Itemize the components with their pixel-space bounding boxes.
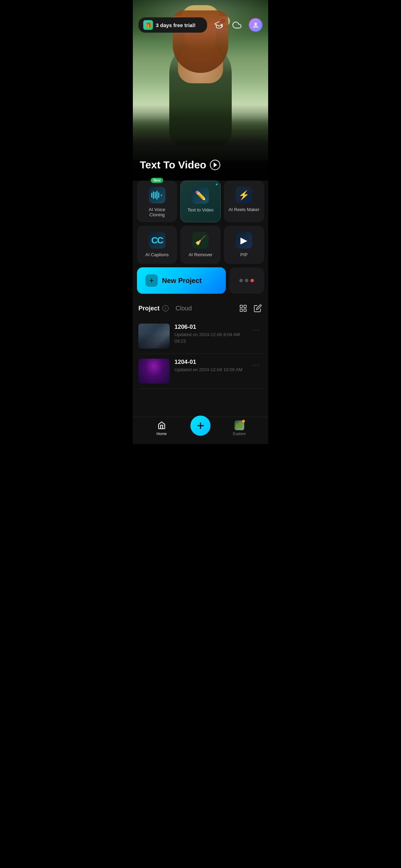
project-item-1206[interactable]: 1206-01 Updated on 2024-12-06 8:04 AM 09… [138, 319, 263, 354]
ai-reels-icon: ⚡ [236, 187, 252, 203]
project-info-icon[interactable]: i [162, 305, 169, 311]
bottom-row: + New Project [137, 267, 264, 294]
nav-explore[interactable]: Explore [211, 420, 268, 436]
tool-card-ai-captions[interactable]: CC AI Captions [137, 226, 177, 264]
notification-dot [222, 19, 224, 22]
tools-grid: New ✦ AI Voice Cloning ✏️ [137, 181, 264, 264]
text-to-video-label: Text to Video [188, 207, 214, 212]
hero-play-button[interactable] [210, 160, 220, 170]
project-name-1204: 1204-01 [174, 359, 245, 366]
tool-card-pip[interactable]: ▶ PIP [224, 226, 264, 264]
svg-rect-1 [240, 305, 242, 308]
home-icon [157, 420, 167, 430]
new-project-label: New Project [162, 277, 202, 285]
project-thumb-1206 [138, 324, 170, 349]
avatar-inner [249, 19, 262, 31]
cloud-icon-button[interactable] [231, 19, 243, 31]
svg-point-0 [254, 23, 257, 25]
graduation-icon-button[interactable] [213, 19, 225, 31]
project-header: Project i Cloud [138, 303, 263, 313]
project-date-1206: Updated on 2024-12-06 8:04 AM [174, 332, 245, 337]
explore-icon [234, 420, 244, 430]
header-icons [213, 18, 263, 32]
pip-icon: ▶ [236, 232, 252, 249]
tool-card-ai-reels[interactable]: ⚡ AI Reels Maker [224, 181, 264, 222]
more-dots [239, 279, 254, 282]
svg-rect-2 [244, 305, 246, 308]
tools-section: New ✦ AI Voice Cloning ✏️ [133, 181, 268, 298]
edit-button[interactable] [253, 303, 263, 313]
nav-home[interactable]: Home [133, 420, 190, 436]
spacer [133, 389, 268, 417]
hero-banner: 🎁 3 days free trial! [133, 0, 268, 181]
trial-text: 3 days free trial! [156, 22, 196, 28]
project-more-1204[interactable]: ··· [250, 359, 263, 372]
bottom-navigation: Home Explore [133, 417, 268, 444]
project-section: Project i Cloud [133, 298, 268, 389]
project-info-1204: 1204-01 Updated on 2024-12-04 10:09 AM [174, 359, 245, 374]
cloud-icon [232, 20, 241, 30]
project-date-1204: Updated on 2024-12-04 10:09 AM [174, 367, 245, 372]
new-project-button[interactable]: + New Project [137, 267, 226, 294]
explore-notification-dot [242, 420, 245, 423]
home-label: Home [156, 432, 167, 436]
text-to-video-icon: ✏️ ✦ [192, 187, 209, 204]
hero-title[interactable]: Text To Video [140, 159, 261, 171]
project-item-1204[interactable]: 1204-01 Updated on 2024-12-04 10:09 AM ·… [138, 354, 263, 389]
user-avatar[interactable] [249, 18, 263, 32]
project-actions [238, 303, 263, 313]
trial-badge[interactable]: 🎁 3 days free trial! [138, 17, 207, 33]
dot-3 [250, 279, 254, 282]
project-info-1206: 1206-01 Updated on 2024-12-06 8:04 AM 09… [174, 324, 245, 344]
project-thumb-1204 [138, 359, 170, 384]
svg-rect-3 [240, 309, 242, 311]
svg-rect-4 [244, 309, 246, 311]
project-name-1206: 1206-01 [174, 324, 245, 331]
new-badge-voice: New [151, 178, 163, 183]
tool-card-ai-remover[interactable]: 🧹 AI Remover [180, 226, 220, 264]
trial-icon: 🎁 [143, 20, 153, 30]
new-project-plus-icon: + [145, 274, 158, 287]
tool-card-ai-voice-cloning[interactable]: New ✦ AI Voice Cloning [137, 181, 177, 222]
more-options-card[interactable] [229, 267, 264, 294]
explore-label: Explore [233, 432, 246, 436]
ai-captions-label: AI Captions [145, 252, 169, 257]
pip-label: PIP [240, 252, 248, 257]
dot-2 [245, 279, 248, 282]
project-tabs: Project i Cloud [138, 305, 192, 312]
add-project-fab[interactable] [190, 416, 211, 436]
ai-remover-label: AI Remover [189, 252, 213, 257]
hero-text: Text To Video [140, 159, 261, 171]
ai-remover-icon: 🧹 [192, 232, 209, 249]
voice-cloning-label: AI Voice Cloning [141, 207, 173, 217]
tool-card-text-to-video[interactable]: ✏️ ✦ Text to Video [180, 181, 220, 222]
project-more-1206[interactable]: ··· [250, 324, 263, 336]
project-duration-1206: 09:23 [174, 339, 245, 344]
ai-reels-label: AI Reels Maker [229, 207, 259, 212]
grid-view-button[interactable] [238, 303, 248, 313]
voice-cloning-icon: ✦ [149, 187, 165, 203]
tab-project[interactable]: Project [138, 305, 160, 312]
ai-captions-icon: CC [149, 232, 165, 249]
tab-cloud[interactable]: Cloud [176, 305, 192, 312]
dot-1 [239, 279, 243, 282]
app-header: 🎁 3 days free trial! [133, 0, 268, 36]
